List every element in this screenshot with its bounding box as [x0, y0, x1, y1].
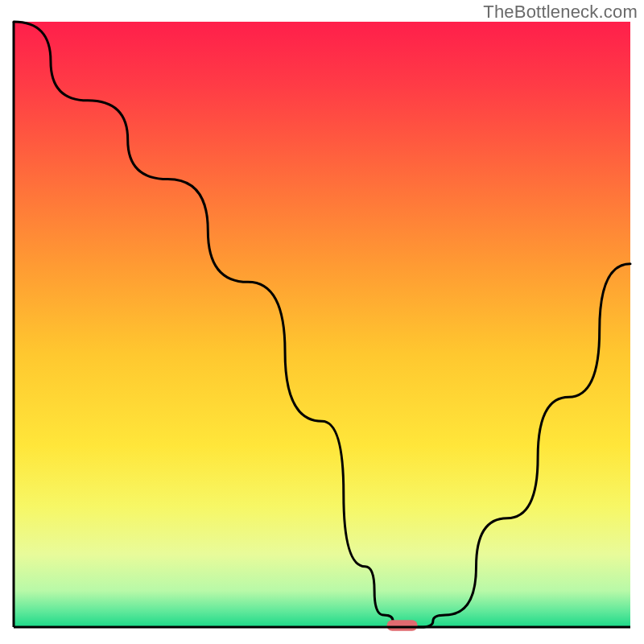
watermark-text: TheBottleneck.com	[483, 2, 638, 23]
bottleneck-chart	[0, 0, 644, 644]
chart-container: TheBottleneck.com	[0, 0, 644, 644]
optimal-marker	[386, 620, 417, 631]
plot-background	[14, 22, 630, 627]
